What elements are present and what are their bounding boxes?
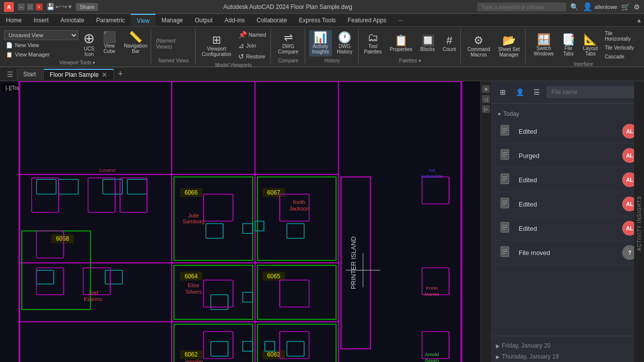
svg-text:6064: 6064 — [185, 273, 198, 280]
restore-btn[interactable]: □ — [27, 3, 34, 10]
tab-start[interactable]: Start — [17, 69, 42, 80]
ribbon-content: Unsaved View 📄 New View 📋 View Manager ⊕… — [0, 27, 644, 66]
activity-item-purged[interactable]: Purged AL — [496, 144, 639, 168]
viewport-config-btn[interactable]: ⊞ ViewportConfiguration — [199, 33, 234, 59]
view-cube-btn[interactable]: ⬛ ViewCube — [100, 30, 119, 59]
tab-more[interactable]: ··· — [392, 14, 409, 26]
panel-search-input[interactable] — [546, 86, 639, 98]
tile-vertical-btn[interactable]: Tile Vertically — [603, 44, 636, 52]
svg-text:Elise: Elise — [188, 282, 200, 288]
user-info: 👤 allenlowe — [583, 2, 617, 11]
friday-section[interactable]: ▶ Friday, January 20 — [496, 340, 639, 351]
settings-icon[interactable]: ⚙ — [634, 3, 640, 11]
ribbon-group-palettes: 🗂 ToolPalettes 📋 Properties 🔲 Blocks # C… — [360, 29, 461, 64]
ribbon-group-viewport: Unsaved View 📄 New View 📋 View Manager ⊕… — [4, 29, 151, 64]
tab-parametric[interactable]: Parametric — [90, 14, 131, 26]
new-view-btn[interactable]: 📄 New View — [4, 41, 78, 50]
svg-text:Julie: Julie — [188, 212, 199, 218]
tab-collaborate[interactable]: Collaborate — [251, 14, 293, 26]
interface-label: Interface — [574, 61, 593, 67]
activity-item-edited-1[interactable]: Edited AL — [496, 119, 639, 144]
search-icon[interactable]: 🔍 — [570, 3, 579, 11]
panel-list-icon[interactable]: ☰ — [530, 85, 543, 99]
svg-text:6065: 6065 — [267, 273, 280, 280]
tab-insert[interactable]: Insert — [28, 14, 54, 26]
named-btn[interactable]: 📌Named — [236, 30, 268, 40]
dwg-history-btn[interactable]: 🕐 DWGHistory — [334, 30, 355, 56]
view-manager-btn[interactable]: 📋 View Manager — [4, 51, 78, 59]
tab-manage[interactable]: Manage — [156, 14, 189, 26]
svg-text:Manes: Manes — [425, 291, 439, 297]
activity-text-3: Edited — [519, 201, 617, 208]
file-icon-4 — [498, 220, 514, 236]
tab-annotate[interactable]: Annotate — [54, 14, 90, 26]
ribbon-group-interface: 🪟 SwitchWindows 📑 FileTabs 📐 LayoutTabs … — [527, 29, 640, 64]
tab-floor-plan[interactable]: Floor Plan Sample ✕ — [43, 69, 114, 80]
ribbon: Home Insert Annotate Parametric View Man… — [0, 14, 644, 67]
floor-plan-svg: 6066 6067 6058 6064 6065 6062 6063 Keith… — [0, 81, 481, 362]
svg-text:Lovers!: Lovers! — [100, 167, 116, 173]
tab-output[interactable]: Output — [189, 14, 218, 26]
tab-menu-btn[interactable]: ☰ — [4, 69, 16, 79]
close-btn[interactable]: ✕ — [36, 3, 43, 10]
tool-palettes-btn[interactable]: 🗂 ToolPalettes — [361, 30, 385, 56]
ucs-icon-btn[interactable]: ⊕ UCSIcon — [80, 30, 98, 59]
save-icon[interactable]: 💾 — [47, 3, 54, 10]
svg-text:Porto: Porto — [426, 285, 438, 291]
activity-text-purged: Purged — [519, 152, 617, 159]
panel-close-bar: ✕ ◁ ▷ — [481, 81, 491, 362]
ribbon-group-macros: ⚙ CommandMacros 📂 Sheet SetManager — [462, 29, 526, 64]
tab-addins[interactable]: Add-ins — [218, 14, 251, 26]
svg-text:Art: Art — [429, 167, 435, 173]
activity-item-edited-2[interactable]: Edited AL — [496, 168, 639, 192]
redo-icon[interactable]: ↪ — [62, 3, 67, 10]
panel-expand-btn[interactable]: ▷ — [482, 105, 490, 113]
tab-view[interactable]: View — [131, 14, 156, 26]
layout-tabs-btn[interactable]: 📐 LayoutTabs — [580, 32, 601, 58]
panel-header: ⊞ 👤 ☰ — [491, 81, 644, 103]
svg-text:Silvers: Silvers — [185, 289, 202, 295]
dwg-compare-btn[interactable]: ⇌ DWGCompare — [275, 30, 301, 56]
sheet-set-btn[interactable]: 📂 Sheet SetManager — [495, 33, 523, 59]
panel-main: ⊞ 👤 ☰ ▼ Today — [491, 81, 644, 362]
tab-close-btn[interactable]: ✕ — [102, 71, 107, 79]
more-icon[interactable]: ▾ — [68, 3, 72, 10]
ribbon-collapse-btn[interactable]: ▲ — [634, 14, 644, 26]
ribbon-group-compare: ⇌ DWGCompare Compare — [272, 29, 305, 64]
tile-horizontal-btn[interactable]: Tile Horizontally — [603, 30, 636, 43]
file-icon-2 — [498, 172, 514, 188]
command-macros-btn[interactable]: ⚙ CommandMacros — [464, 33, 493, 59]
ribbon-group-model-viewports: ⊞ ViewportConfiguration 📌Named ⊿Join ↺Re… — [197, 29, 271, 64]
switch-windows-btn[interactable]: 🪟 SwitchWindows — [531, 32, 557, 58]
properties-btn[interactable]: 📋 Properties — [387, 33, 416, 54]
username: allenlowe — [594, 4, 617, 10]
file-tabs-btn[interactable]: 📑 FileTabs — [559, 32, 578, 58]
activity-item-edited-4[interactable]: Edited AL — [496, 216, 639, 241]
activity-insights-btn[interactable]: 📊 ActivityInsights — [309, 30, 332, 56]
cart-icon[interactable]: 🛒 — [621, 3, 630, 11]
restore-btn2[interactable]: ↺Restore — [236, 52, 268, 61]
tab-express[interactable]: Express Tools — [293, 14, 341, 26]
tab-add-btn[interactable]: + — [115, 69, 126, 80]
panel-pin-btn[interactable]: ◁ — [482, 95, 490, 103]
nav-bar-btn[interactable]: 📏 NavigationBar — [121, 30, 150, 59]
activity-item-file-moved[interactable]: File moved ? — [496, 241, 639, 265]
panel-close-btn[interactable]: ✕ — [482, 85, 490, 93]
cascade-btn[interactable]: Cascade — [603, 53, 636, 60]
blocks-btn[interactable]: 🔲 Blocks — [417, 33, 437, 54]
tab-featured[interactable]: Featured Apps — [342, 14, 392, 26]
search-input[interactable] — [477, 2, 566, 11]
svg-text:Samborg: Samborg — [183, 218, 205, 224]
share-button[interactable]: Share — [76, 3, 98, 11]
panel-view-icon[interactable]: ⊞ — [496, 85, 510, 99]
minimize-btn[interactable]: ─ — [18, 3, 25, 10]
tab-home[interactable]: Home — [0, 14, 28, 26]
undo-icon[interactable]: ↩ — [55, 3, 61, 10]
palettes-label: Palettes ▾ — [399, 58, 421, 63]
view-dropdown[interactable]: Unsaved View — [4, 30, 78, 40]
join-btn[interactable]: ⊿Join — [236, 41, 268, 51]
thursday-section[interactable]: ▶ Thursday, January 19 — [496, 351, 639, 362]
panel-user-icon[interactable]: 👤 — [513, 85, 527, 99]
activity-item-edited-3[interactable]: Edited AL — [496, 192, 639, 216]
count-btn[interactable]: # Count — [440, 33, 459, 54]
